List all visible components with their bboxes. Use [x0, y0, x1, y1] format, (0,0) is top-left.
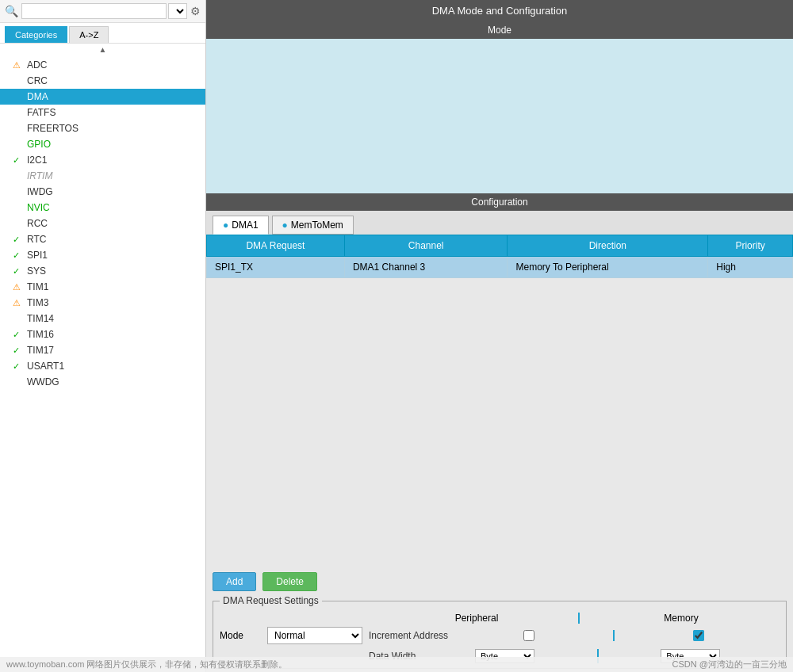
delete-button[interactable]: Delete: [262, 572, 317, 591]
mode-select[interactable]: Normal Circular: [267, 627, 362, 644]
sidebar-item-tim1[interactable]: ⚠ TIM1: [0, 279, 205, 295]
col-header-channel: Channel: [344, 235, 508, 257]
memory-header: Memory: [583, 613, 780, 624]
sidebar-label-tim14: TIM14: [27, 313, 54, 324]
sidebar-item-wwdg[interactable]: WWDG: [0, 374, 205, 390]
add-button[interactable]: Add: [213, 572, 256, 591]
sidebar-label-tim1: TIM1: [27, 281, 48, 292]
dma-table: DMA Request Channel Direction Priority S…: [206, 235, 793, 278]
sidebar-item-tim14[interactable]: TIM14: [0, 311, 205, 326]
table-spacer: [206, 278, 793, 566]
mode-label: Mode: [220, 630, 267, 641]
peripheral-increment-checkbox[interactable]: [523, 630, 534, 641]
config-section: Configuration ● DMA1 ● MemToMem: [206, 193, 793, 672]
col-headers: Peripheral Memory: [378, 613, 780, 624]
sidebar-item-dma[interactable]: DMA: [0, 89, 205, 105]
sidebar-item-rtc[interactable]: ✓ RTC: [0, 231, 205, 247]
memory-increment-checkbox[interactable]: [693, 630, 704, 641]
sidebar-item-fatfs[interactable]: FATFS: [0, 105, 205, 120]
spacer-left: [220, 613, 378, 624]
search-bar: 🔍 ⚙: [0, 0, 205, 23]
check-icon-rtc: ✓: [13, 235, 24, 245]
sidebar-item-tim3[interactable]: ⚠ TIM3: [0, 295, 205, 311]
sidebar-item-irtim[interactable]: IRTIM: [0, 168, 205, 184]
memory-checkbox-cell: [618, 630, 780, 641]
col-header-request: DMA Request: [207, 235, 345, 257]
search-input[interactable]: [21, 3, 167, 19]
sidebar-label-spi1: SPI1: [27, 250, 48, 261]
sidebar-label-usart1: USART1: [27, 361, 64, 372]
main-title: DMA Mode and Configuration: [432, 5, 568, 17]
cell-priority: High: [708, 257, 793, 278]
cell-channel: DMA1 Channel 3: [344, 257, 508, 278]
right-panel: DMA Mode and Configuration Mode Configur…: [206, 0, 793, 672]
col-header-direction: Direction: [508, 235, 708, 257]
sidebar: 🔍 ⚙ Categories A->Z ▲ ⚠ ADC C: [0, 0, 206, 672]
sidebar-label-iwdg: IWDG: [27, 186, 53, 197]
mode-content: [206, 39, 793, 193]
sidebar-label-sys: SYS: [27, 265, 46, 277]
button-row: Add Delete: [206, 566, 793, 598]
tab-categories[interactable]: Categories: [5, 26, 67, 43]
sidebar-item-spi1[interactable]: ✓ SPI1: [0, 247, 205, 263]
gear-button[interactable]: ⚙: [190, 5, 201, 17]
warn-icon-tim1: ⚠: [13, 282, 24, 292]
peripheral-header: Peripheral: [378, 613, 575, 624]
warn-icon-adc: ⚠: [13, 60, 24, 71]
check-icon-sys: ✓: [13, 266, 24, 277]
sidebar-item-i2c1[interactable]: ✓ I2C1: [0, 152, 205, 168]
sidebar-item-tim17[interactable]: ✓ TIM17: [0, 342, 205, 358]
sidebar-item-iwdg[interactable]: IWDG: [0, 184, 205, 200]
sidebar-tab-bar: Categories A->Z: [0, 23, 205, 44]
sidebar-item-tim16[interactable]: ✓ TIM16: [0, 326, 205, 342]
search-select[interactable]: [168, 3, 187, 19]
increment-address-label: Increment Address: [369, 630, 448, 641]
sidebar-label-dma: DMA: [27, 91, 48, 102]
sidebar-item-nvic[interactable]: NVIC: [0, 200, 205, 216]
sidebar-label-wwdg: WWDG: [27, 376, 59, 388]
watermark-right: CSDN @河湾边的一亩三分地: [672, 659, 787, 670]
table-row[interactable]: SPI1_TX DMA1 Channel 3 Memory To Periphe…: [207, 257, 793, 278]
sidebar-item-sys[interactable]: ✓ SYS: [0, 263, 205, 279]
tab-az[interactable]: A->Z: [69, 26, 109, 43]
main-title-bar: DMA Mode and Configuration: [206, 0, 793, 21]
settings-title: DMA Request Settings: [220, 595, 322, 606]
sidebar-item-adc[interactable]: ⚠ ADC: [0, 57, 205, 73]
sidebar-label-gpio: GPIO: [27, 139, 51, 150]
check-icon-memtomem-tab: ●: [282, 220, 288, 231]
config-tab-memtomem[interactable]: ● MemToMem: [272, 216, 354, 235]
sidebar-label-nvic: NVIC: [27, 202, 50, 213]
sidebar-label-tim16: TIM16: [27, 329, 54, 340]
warn-icon-tim3: ⚠: [13, 298, 24, 308]
check-icon-i2c1: ✓: [13, 155, 24, 166]
sidebar-item-usart1[interactable]: ✓ USART1: [0, 358, 205, 374]
watermark: www.toymoban.com 网络图片仅供展示，非存储，知有侵权请联系删除。…: [0, 657, 793, 672]
sidebar-label-tim17: TIM17: [27, 345, 54, 356]
sidebar-item-freertos[interactable]: FREERTOS: [0, 120, 205, 136]
cell-direction: Memory To Peripheral: [508, 257, 708, 278]
sidebar-item-gpio[interactable]: GPIO: [0, 136, 205, 152]
search-icon: 🔍: [5, 5, 18, 17]
col-header-priority: Priority: [708, 235, 793, 257]
sidebar-item-rcc[interactable]: RCC: [0, 216, 205, 231]
config-tab-memtomem-label: MemToMem: [291, 220, 343, 231]
collapse-arrow[interactable]: ▲: [0, 44, 205, 55]
config-tab-bar: ● DMA1 ● MemToMem: [206, 211, 793, 235]
settings-headers: Peripheral Memory: [220, 613, 780, 624]
mode-setting-row: Mode Normal Circular Increment Address: [220, 627, 780, 644]
watermark-left: www.toymoban.com 网络图片仅供展示，非存储，知有侵权请联系删除。: [6, 659, 287, 670]
check-icon-tim17: ✓: [13, 346, 24, 356]
sidebar-label-crc: CRC: [27, 75, 48, 86]
peripheral-checkbox-cell: [448, 630, 610, 641]
divider2: [613, 630, 615, 641]
sidebar-label-tim3: TIM3: [27, 297, 48, 308]
sidebar-label-fatfs: FATFS: [27, 107, 56, 118]
sidebar-label-irtim: IRTIM: [27, 170, 52, 181]
sidebar-item-crc[interactable]: CRC: [0, 73, 205, 89]
check-icon-dma1-tab: ●: [223, 220, 228, 231]
check-icon-usart1: ✓: [13, 361, 24, 372]
config-tab-dma1[interactable]: ● DMA1: [213, 216, 269, 235]
check-icon-spi1: ✓: [13, 250, 24, 261]
checkbox-row: [448, 630, 780, 641]
config-header: Configuration: [206, 193, 793, 211]
